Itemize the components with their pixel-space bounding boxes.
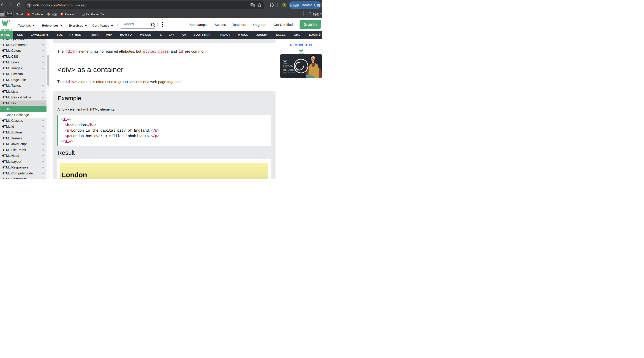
- svg-text:3: 3: [8, 20, 10, 23]
- svg-text:schools: schools: [283, 63, 288, 64]
- svg-text:文: 文: [252, 5, 254, 7]
- svg-text:3: 3: [302, 49, 303, 51]
- svg-text:schools: schools: [299, 53, 304, 54]
- svg-text:3: 3: [286, 60, 287, 61]
